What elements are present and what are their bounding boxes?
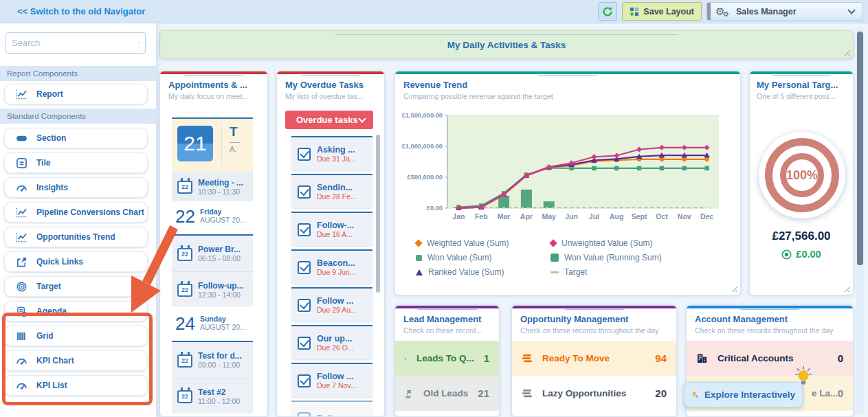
appointment-item[interactable]: 22 Test #2 11:00 - 12:00 bbox=[172, 378, 253, 414]
sidebar-item-tile[interactable]: Tile bbox=[4, 153, 148, 173]
calendar-icon: 22 bbox=[177, 284, 192, 297]
drag-grip bbox=[707, 3, 711, 20]
checkbox-icon[interactable] bbox=[298, 374, 311, 387]
legend-marker-weighted bbox=[414, 239, 422, 247]
profile-selector[interactable]: Sales Manager bbox=[706, 2, 863, 21]
sidebar-item-label: KPI Chart bbox=[36, 356, 74, 365]
today-appointment-group[interactable]: 21 T A. 22 Meeting - ... 10:30 - 11:30 bbox=[172, 117, 253, 201]
search-icon bbox=[138, 38, 140, 48]
task-title: Beacon... bbox=[317, 258, 356, 268]
svg-text:Jul: Jul bbox=[589, 212, 599, 221]
appointment-item[interactable]: 22 Meeting - ... 10:30 - 11:30 bbox=[172, 172, 253, 201]
task-item[interactable]: Follow ...Due 29 Au... bbox=[291, 287, 372, 322]
settings-gears-icon bbox=[715, 6, 731, 16]
gauge-icon bbox=[15, 357, 27, 365]
task-item[interactable]: Follow-...Due 16 A... bbox=[291, 212, 372, 246]
save-layout-button[interactable]: Save Layout bbox=[622, 2, 702, 21]
card-subtitle: My daily focus on meet... bbox=[168, 92, 248, 100]
legend-label: Target bbox=[564, 267, 587, 277]
switch-old-navigator-link[interactable]: << Switch to the old Navigator bbox=[17, 6, 145, 16]
card-subtitle: One of 5 different poss... bbox=[757, 92, 836, 100]
sidebar-item-agenda[interactable]: Agenda bbox=[4, 301, 148, 322]
dashboard-scrollbar-thumb[interactable] bbox=[857, 32, 863, 265]
dashboard-scrollbar-track[interactable] bbox=[856, 26, 864, 414]
kpi-label: Old Leads bbox=[423, 388, 468, 398]
resize-handle[interactable] bbox=[731, 285, 737, 292]
card-scrollbar[interactable] bbox=[376, 135, 380, 293]
task-item[interactable]: Our up...Due 26 O... bbox=[291, 325, 372, 359]
legend-marker-unweighted bbox=[549, 239, 557, 247]
checkbox-icon[interactable] bbox=[298, 261, 311, 274]
svg-text:Mar: Mar bbox=[498, 212, 511, 221]
checkbox-icon[interactable] bbox=[298, 337, 311, 350]
task-item[interactable]: Follow-... bbox=[291, 401, 372, 417]
task-title: Sendin... bbox=[317, 183, 357, 192]
kpi-row-ready-to-move[interactable]: Ready To Move 94 bbox=[512, 341, 676, 376]
resize-handle[interactable] bbox=[843, 285, 850, 292]
sidebar-item-report[interactable]: Report bbox=[4, 84, 148, 104]
checkbox-icon[interactable] bbox=[298, 185, 311, 199]
task-item[interactable]: Beacon...Due 9 Jun... bbox=[291, 249, 372, 284]
kpi-row-critical-accounts[interactable]: Critical Accounts 0 bbox=[687, 341, 853, 376]
today-weekday: T bbox=[230, 124, 249, 139]
appointment-item[interactable]: 22 Follow-up... 12:30 - 14:00 bbox=[172, 271, 253, 307]
explore-interactively-tooltip[interactable]: Explore Interactively bbox=[684, 382, 803, 407]
appointment-item[interactable]: 22 Test for d... 09:00 - 11:00 bbox=[172, 342, 253, 378]
task-item[interactable]: Asking ...Due 31 Ja... bbox=[291, 136, 372, 170]
section-banner[interactable]: My Daily Activities & Tasks bbox=[159, 30, 854, 59]
card-accent bbox=[160, 71, 267, 74]
svg-text:Aug: Aug bbox=[610, 212, 623, 221]
sidebar-item-target[interactable]: Target bbox=[4, 276, 148, 297]
sidebar-item-label: Quick Links bbox=[36, 257, 83, 267]
appointment-time: 10:30 - 11:30 bbox=[198, 188, 243, 196]
sidebar-item-section[interactable]: Section bbox=[4, 128, 148, 148]
svg-text:Jun: Jun bbox=[565, 212, 578, 221]
opportunity-management-card: Opportunity Management Check on these re… bbox=[511, 305, 677, 417]
appointment-item[interactable]: 22 Power Br... 06:15 - 08:00 bbox=[172, 236, 253, 271]
sidebar-item-opportunities-trend[interactable]: Opportunities Trend bbox=[4, 227, 148, 247]
task-item[interactable]: Sendin...Due 28 Fe... bbox=[291, 174, 372, 208]
target-amount: £27,566.00 bbox=[750, 229, 853, 243]
legend-label: Won Value (Running Sum) bbox=[564, 253, 662, 262]
checkbox-icon[interactable] bbox=[298, 299, 311, 312]
donut-inner-ring: 100% bbox=[780, 153, 824, 197]
sidebar-item-insights[interactable]: Insights bbox=[4, 177, 148, 198]
sidebar-item-grid[interactable]: Grid bbox=[4, 326, 148, 346]
card-title: Revenue Trend bbox=[403, 80, 467, 90]
task-item[interactable]: Follow ...Due 7 Nov... bbox=[291, 363, 372, 397]
component-sidebar: Report Components Report Standard Compon… bbox=[0, 23, 156, 417]
sidebar-item-pipeline-conversions-chart[interactable]: Pipeline Conversions Chart bbox=[4, 202, 148, 223]
save-layout-label: Save Layout bbox=[643, 7, 694, 16]
kpi-count: 21 bbox=[478, 387, 489, 399]
lightbulb-icon[interactable] bbox=[794, 365, 812, 391]
checkbox-icon[interactable] bbox=[298, 412, 311, 417]
legend-item: Ranked Value (Sum) bbox=[416, 267, 550, 277]
kpi-row-old-leads[interactable]: Old Leads 21 bbox=[395, 376, 499, 411]
appointment-time: 09:00 - 11:00 bbox=[198, 361, 242, 369]
card-title: Opportunity Management bbox=[520, 314, 628, 324]
sidebar-item-kpi-chart[interactable]: KPI Chart bbox=[4, 350, 148, 371]
overdue-filter-dropdown[interactable]: Overdue tasks bbox=[285, 111, 373, 129]
target-secondary-value: £0.00 bbox=[796, 249, 821, 260]
appointment-time: 06:15 - 08:00 bbox=[198, 254, 241, 262]
target-progress-donut[interactable]: 100% bbox=[759, 132, 845, 218]
sidebar-item-quick-links[interactable]: Quick Links bbox=[4, 251, 148, 272]
task-due-date: Due 7 Nov... bbox=[317, 381, 357, 390]
search-box bbox=[5, 32, 146, 54]
refresh-button[interactable] bbox=[598, 2, 617, 21]
legend-item: Target bbox=[550, 267, 662, 277]
card-subtitle: Check on these records throughout the da… bbox=[520, 326, 658, 335]
kpi-row-leads-to-qualify[interactable]: Leads To Q... 1 bbox=[395, 341, 499, 376]
checkbox-icon[interactable] bbox=[298, 148, 311, 161]
lightbulb-cursor-icon bbox=[691, 389, 700, 401]
sidebar-item-label: Target bbox=[36, 282, 61, 291]
kpi-label: Lazy Opportunities bbox=[542, 388, 626, 398]
kpi-count: 0 bbox=[838, 352, 843, 364]
legend-marker-target bbox=[550, 271, 559, 273]
svg-text:Nov: Nov bbox=[678, 212, 691, 221]
sidebar-item-kpi-list[interactable]: KPI List bbox=[4, 375, 148, 396]
kpi-row-lazy-opportunities[interactable]: Lazy Opportunities 20 bbox=[512, 376, 676, 411]
search-input[interactable] bbox=[6, 38, 138, 48]
kpi-label: Leads To Q... bbox=[416, 353, 474, 363]
checkbox-icon[interactable] bbox=[298, 223, 311, 236]
